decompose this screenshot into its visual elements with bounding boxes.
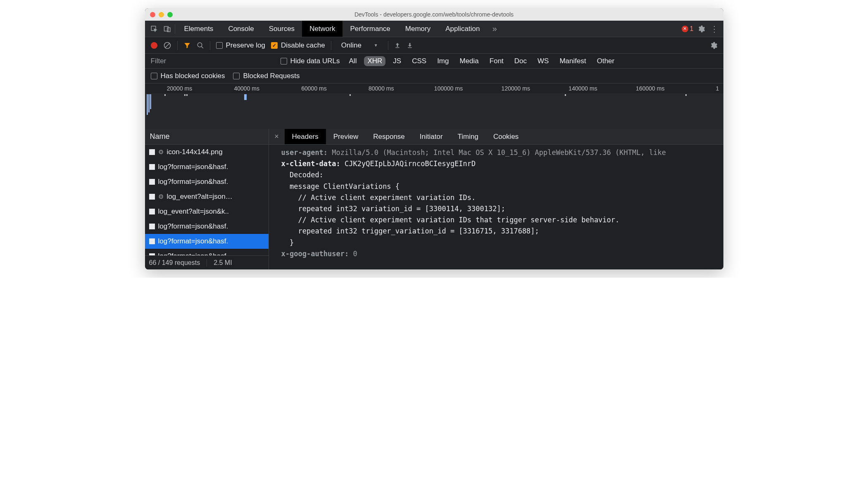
timeline-tick: 80000 ms [369, 85, 394, 92]
request-footer: 66 / 149 requests 2.5 MI [145, 255, 269, 269]
request-name: log_event?alt=json… [167, 193, 233, 201]
request-list-panel: Name ⚙icon-144x144.pnglog?format=json&ha… [145, 129, 269, 269]
request-list-header[interactable]: Name [145, 129, 269, 145]
detail-tab-preview[interactable]: Preview [326, 129, 366, 144]
file-icon [149, 224, 155, 229]
timeline-ticks: 20000 ms40000 ms60000 ms80000 ms100000 m… [145, 83, 723, 93]
filter-type-other[interactable]: Other [594, 56, 618, 66]
request-count: 66 / 149 requests [149, 259, 200, 267]
tab-performance[interactable]: Performance [342, 21, 397, 37]
close-detail-icon[interactable]: × [269, 132, 285, 141]
filter-input[interactable]: Filter [151, 57, 275, 65]
file-icon [149, 238, 155, 244]
header-line: repeated int32 variation_id = [3300114, … [281, 203, 715, 214]
gear-icon: ⚙ [158, 148, 164, 156]
svg-rect-7 [395, 47, 399, 48]
caret-down-icon: ▼ [374, 43, 378, 48]
minimize-window-button[interactable] [159, 12, 164, 17]
timeline[interactable]: 20000 ms40000 ms60000 ms80000 ms100000 m… [145, 83, 723, 129]
svg-rect-8 [408, 47, 411, 48]
tab-application[interactable]: Application [438, 21, 487, 37]
filter-type-doc[interactable]: Doc [511, 56, 530, 66]
more-panels-icon[interactable]: » [489, 23, 500, 35]
filter-type-js[interactable]: JS [390, 56, 404, 66]
filter-type-img[interactable]: Img [434, 56, 452, 66]
detail-tab-initiator[interactable]: Initiator [412, 129, 450, 144]
request-row[interactable]: log?format=json&hasf. [145, 219, 269, 234]
filter-type-xhr[interactable]: XHR [364, 56, 385, 66]
timeline-tick: 160000 ms [636, 85, 664, 92]
tab-network[interactable]: Network [302, 21, 342, 37]
filter-bar: Filter Hide data URLs AllXHRJSCSSImgMedi… [145, 54, 723, 69]
settings-icon[interactable] [695, 23, 707, 35]
request-row[interactable]: log_event?alt=json&k.. [145, 204, 269, 219]
blocked-requests-checkbox[interactable]: Blocked Requests [233, 72, 300, 80]
request-row[interactable]: ⚙icon-144x144.png [145, 145, 269, 160]
filter-type-font[interactable]: Font [486, 56, 507, 66]
upload-har-icon[interactable] [394, 42, 401, 49]
checkbox-icon [281, 58, 287, 64]
timeline-tick: 100000 ms [434, 85, 463, 92]
clear-button[interactable] [163, 41, 171, 50]
disable-cache-checkbox[interactable]: ✓ Disable cache [271, 41, 325, 50]
request-name: log?format=json&hasf. [158, 237, 228, 245]
detail-tab-response[interactable]: Response [366, 129, 412, 144]
panel-tabs: ElementsConsoleSourcesNetworkPerformance… [145, 21, 723, 37]
timeline-tick: 120000 ms [502, 85, 530, 92]
kebab-menu-icon[interactable]: ⋮ [709, 23, 720, 35]
error-icon: ✕ [682, 26, 688, 32]
has-blocked-cookies-checkbox[interactable]: Has blocked cookies [151, 72, 225, 80]
zoom-window-button[interactable] [167, 12, 173, 17]
svg-point-5 [197, 43, 202, 47]
filter-type-ws[interactable]: WS [534, 56, 552, 66]
preserve-log-checkbox[interactable]: Preserve log [216, 41, 265, 50]
request-name: log_event?alt=json&k.. [158, 207, 229, 216]
error-count-value: 1 [690, 25, 694, 33]
timeline-body [145, 93, 723, 129]
detail-tab-headers[interactable]: Headers [285, 129, 326, 144]
download-har-icon[interactable] [407, 42, 413, 49]
window-title: DevTools - developers.google.com/web/too… [145, 11, 723, 18]
filter-type-css[interactable]: CSS [409, 56, 430, 66]
request-name: log?format=json&hasf. [158, 163, 228, 171]
inspect-element-icon[interactable] [148, 23, 160, 35]
filter-type-all[interactable]: All [346, 56, 360, 66]
throttling-select[interactable]: Online ▼ [337, 41, 382, 50]
network-settings-icon[interactable] [709, 41, 718, 50]
gear-icon: ⚙ [158, 193, 164, 200]
request-row[interactable]: log?format=json&hasf. [145, 234, 269, 249]
request-row[interactable]: log?format=json&hasf. [145, 249, 269, 255]
svg-rect-1 [164, 26, 168, 31]
detail-tab-timing[interactable]: Timing [450, 129, 486, 144]
record-button[interactable] [151, 42, 157, 49]
request-name: log?format=json&hasf. [158, 178, 228, 186]
tab-memory[interactable]: Memory [398, 21, 438, 37]
filter-type-media[interactable]: Media [456, 56, 482, 66]
headers-content[interactable]: user-agent: Mozilla/5.0 (Macintosh; Inte… [269, 145, 723, 269]
hide-data-urls-checkbox[interactable]: Hide data URLs [281, 57, 340, 65]
error-count[interactable]: ✕ 1 [682, 25, 694, 33]
request-detail-panel: × HeadersPreviewResponseInitiatorTimingC… [269, 129, 723, 269]
search-icon[interactable] [197, 42, 204, 49]
titlebar: DevTools - developers.google.com/web/too… [145, 8, 723, 21]
tab-console[interactable]: Console [221, 21, 261, 37]
checkbox-icon [216, 42, 223, 49]
svg-line-4 [165, 43, 169, 48]
detail-tab-cookies[interactable]: Cookies [486, 129, 526, 144]
request-name: icon-144x144.png [167, 148, 223, 156]
tab-elements[interactable]: Elements [177, 21, 221, 37]
device-toolbar-icon[interactable] [162, 23, 173, 35]
network-toolbar: Preserve log ✓ Disable cache Online ▼ [145, 37, 723, 54]
file-icon [149, 179, 155, 185]
request-row[interactable]: log?format=json&hasf. [145, 174, 269, 189]
filter-type-manifest[interactable]: Manifest [556, 56, 589, 66]
divider [175, 24, 175, 33]
close-window-button[interactable] [150, 12, 155, 17]
request-row[interactable]: ⚙log_event?alt=json… [145, 189, 269, 204]
request-list: ⚙icon-144x144.pnglog?format=json&hasf.lo… [145, 145, 269, 255]
checkbox-icon [151, 73, 157, 79]
filter-toggle-icon[interactable] [183, 42, 191, 49]
devtools-window: DevTools - developers.google.com/web/too… [145, 8, 723, 269]
tab-sources[interactable]: Sources [262, 21, 302, 37]
request-row[interactable]: log?format=json&hasf. [145, 160, 269, 174]
